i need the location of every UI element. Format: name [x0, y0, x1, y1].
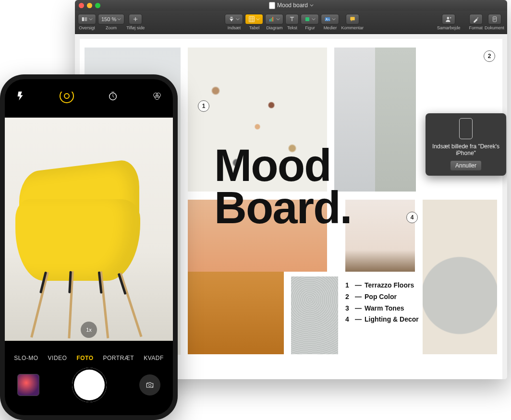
- document-heading[interactable]: Mood Board.: [214, 144, 352, 229]
- filters-icon[interactable]: [152, 91, 162, 101]
- legend[interactable]: 1—Terrazzo Floors 2—Pop Color 3—Warm Ton…: [345, 280, 419, 325]
- svg-rect-2: [249, 17, 255, 22]
- image-lamps[interactable]: [345, 200, 415, 272]
- legend-row: 1—Terrazzo Floors: [345, 280, 419, 291]
- document-label: Dokument: [485, 25, 504, 30]
- mode-square[interactable]: KVADF: [144, 355, 164, 361]
- window-title: Mood board: [100, 2, 482, 9]
- zoom-dropdown[interactable]: 150 %: [98, 14, 124, 24]
- document-icon: [269, 2, 275, 9]
- annotation-4: 4: [406, 212, 418, 223]
- svg-rect-9: [350, 17, 354, 20]
- viewfinder[interactable]: 1x: [5, 118, 173, 341]
- photo-library-thumbnail[interactable]: [17, 374, 39, 396]
- image-fur[interactable]: [291, 276, 338, 354]
- camera-modes[interactable]: SLO-MO VIDEO FOTO PORTRÆT KVADF: [5, 355, 173, 361]
- comment-label: Kommentar: [341, 25, 364, 30]
- iphone-device: 1x SLO-MO VIDEO FOTO PORTRÆT KVADF: [0, 74, 178, 420]
- shutter-button[interactable]: [72, 368, 107, 402]
- flash-icon[interactable]: [15, 91, 26, 101]
- document-button[interactable]: [488, 14, 501, 24]
- view-button[interactable]: [78, 14, 96, 24]
- table-label: Tabel: [249, 25, 260, 30]
- media-button[interactable]: [321, 14, 339, 24]
- chart-label: Diagram: [266, 25, 282, 30]
- svg-point-10: [447, 17, 450, 19]
- format-button[interactable]: [469, 14, 483, 24]
- comment-button[interactable]: [346, 14, 359, 24]
- image-mirror[interactable]: [423, 200, 497, 354]
- add-page-label: Tilføj side: [126, 25, 145, 30]
- svg-rect-7: [325, 17, 330, 21]
- camera-controls: [5, 363, 173, 407]
- heading-line2: Board.: [214, 182, 352, 233]
- svg-rect-12: [493, 17, 496, 22]
- text-label: Tekst: [287, 25, 297, 30]
- svg-point-11: [450, 17, 451, 19]
- switch-camera-button[interactable]: [139, 374, 160, 396]
- svg-rect-1: [85, 17, 87, 21]
- svg-rect-4: [271, 18, 272, 22]
- iphone-icon: [459, 118, 473, 139]
- svg-rect-3: [270, 19, 271, 22]
- notch: [48, 79, 130, 92]
- mode-foto[interactable]: FOTO: [76, 355, 93, 361]
- legend-row: 3—Warm Tones: [345, 303, 419, 314]
- continuity-popover: Indsæt billede fra "Derek's iPhone" Annu…: [426, 113, 506, 176]
- svg-rect-0: [82, 17, 84, 21]
- close-window-button[interactable]: [79, 3, 84, 8]
- svg-rect-5: [273, 17, 274, 21]
- chevron-down-icon: [310, 3, 314, 7]
- annotation-2: 2: [484, 50, 495, 62]
- window-controls: [79, 3, 100, 8]
- insert-button[interactable]: [225, 14, 243, 24]
- zoom-label: Zoom: [106, 25, 117, 30]
- mode-portrait[interactable]: PORTRÆT: [103, 355, 134, 361]
- legend-row: 4—Lighting & Decor: [345, 314, 419, 325]
- zoom-window-button[interactable]: [95, 3, 100, 8]
- insert-label: Indsæt: [228, 25, 241, 30]
- svg-point-8: [326, 18, 327, 19]
- mode-video[interactable]: VIDEO: [48, 355, 67, 361]
- shape-label: Figur: [305, 25, 315, 30]
- camera-app: 1x SLO-MO VIDEO FOTO PORTRÆT KVADF: [5, 79, 173, 415]
- shape-button[interactable]: [301, 14, 319, 24]
- titlebar: Mood board: [75, 0, 507, 11]
- zoom-level[interactable]: 1x: [81, 322, 97, 338]
- minimize-window-button[interactable]: [87, 3, 92, 8]
- popover-text: Indsæt billede fra "Derek's iPhone": [430, 143, 501, 156]
- media-label: Medier: [324, 25, 337, 30]
- mode-slomo[interactable]: SLO-MO: [14, 355, 38, 361]
- table-button[interactable]: [245, 14, 263, 24]
- zoom-value: 150 %: [101, 16, 116, 22]
- annotation-1: 1: [198, 100, 209, 112]
- text-button[interactable]: [285, 14, 299, 24]
- window-title-text: Mood board: [277, 2, 308, 9]
- add-page-button[interactable]: [129, 14, 142, 24]
- timer-icon[interactable]: [108, 91, 118, 101]
- format-label: Format: [469, 25, 483, 30]
- svg-rect-6: [305, 17, 309, 21]
- cancel-button[interactable]: Annuller: [450, 160, 482, 171]
- chart-button[interactable]: [265, 14, 283, 24]
- collaborate-button[interactable]: [442, 14, 455, 24]
- chair-seat: [15, 199, 140, 281]
- toolbar: Oversigt 150 % Zoom Tilføj side: [75, 11, 507, 34]
- collaborate-label: Samarbejde: [437, 25, 461, 30]
- legend-row: 2—Pop Color: [345, 291, 419, 303]
- view-label: Oversigt: [79, 25, 95, 30]
